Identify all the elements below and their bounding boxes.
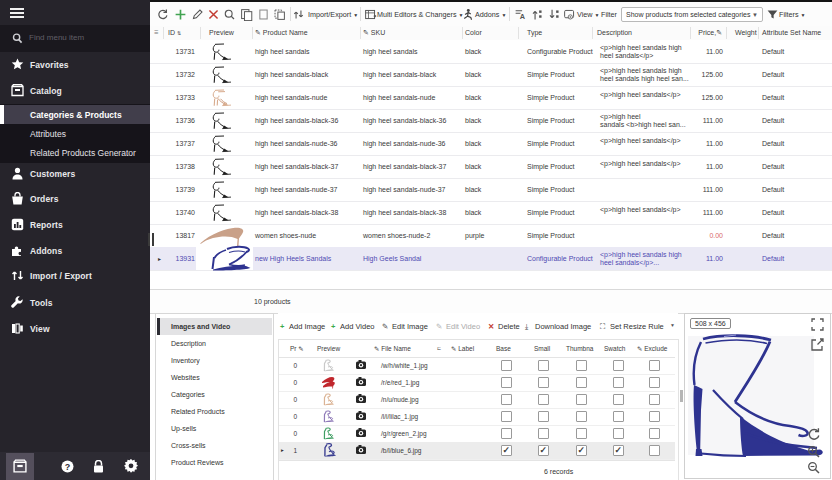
svg-text:?: ? <box>65 462 71 472</box>
svg-text:A: A <box>520 12 526 21</box>
